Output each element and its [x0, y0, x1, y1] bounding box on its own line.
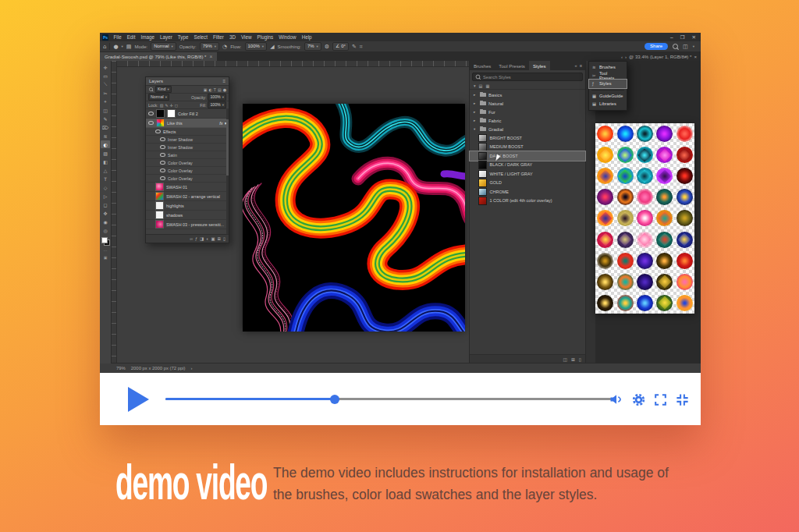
- layers-footer-icon-2[interactable]: ◨: [200, 236, 204, 241]
- layers-footer-icon-6[interactable]: ▯: [223, 236, 225, 241]
- menu-image[interactable]: Image: [138, 33, 158, 41]
- chevron-left-icon[interactable]: ‹: [621, 54, 623, 59]
- style-swatch[interactable]: [676, 210, 693, 226]
- tool-icon-6[interactable]: ✎: [101, 115, 110, 122]
- restore-button[interactable]: ❐: [680, 34, 685, 41]
- share-button[interactable]: Share: [645, 43, 668, 50]
- style-swatch[interactable]: [617, 274, 634, 290]
- status-arrow-icon[interactable]: ›: [191, 366, 193, 371]
- style-folder-natural[interactable]: ▸Natural: [470, 99, 585, 108]
- tool-icon-19[interactable]: ◎: [101, 226, 110, 234]
- style-swatch[interactable]: [597, 253, 613, 269]
- layer-effect-row[interactable]: Inner Shadow: [146, 136, 229, 144]
- style-swatch[interactable]: [617, 210, 634, 226]
- layer-row[interactable]: highlights: [146, 201, 229, 211]
- tool-icon-9[interactable]: ◐: [101, 140, 110, 148]
- layer-row[interactable]: Color Fill 2: [146, 109, 229, 119]
- tab-styles[interactable]: Styles: [529, 61, 550, 70]
- exit-fullscreen-icon[interactable]: [675, 392, 690, 407]
- tool-icon-15[interactable]: ▷: [101, 192, 110, 200]
- style-swatch[interactable]: [617, 189, 634, 205]
- style-folder-gradial[interactable]: ▾Gradial: [470, 125, 585, 133]
- layer-filter-icon-4[interactable]: ●: [223, 87, 226, 92]
- foreground-color-chip[interactable]: [101, 237, 108, 243]
- style-swatch[interactable]: [637, 168, 653, 184]
- style-swatch[interactable]: [637, 274, 653, 290]
- airbrush-icon[interactable]: ◢: [270, 44, 274, 50]
- flow-select[interactable]: 100%▾: [245, 42, 268, 51]
- style-swatch[interactable]: [656, 168, 673, 184]
- document-canvas[interactable]: [243, 104, 465, 332]
- lock-icon-0[interactable]: ▨: [160, 103, 164, 108]
- symmetry-icon[interactable]: ⌗: [360, 44, 363, 50]
- style-swatch[interactable]: [597, 232, 613, 248]
- visibility-eye-icon[interactable]: [155, 129, 161, 134]
- style-swatch[interactable]: [617, 295, 634, 311]
- flyout-item-styles[interactable]: ƒStyles: [589, 80, 627, 88]
- style-swatch[interactable]: [617, 126, 634, 142]
- style-swatch[interactable]: [676, 232, 693, 248]
- close-button[interactable]: ✕: [692, 34, 696, 41]
- style-swatch[interactable]: [676, 147, 693, 163]
- style-folder-basics[interactable]: ▸Basics: [470, 90, 585, 99]
- layer-effect-row[interactable]: Color Overlay: [146, 159, 229, 167]
- menu-layer[interactable]: Layer: [158, 33, 176, 41]
- new-style-icon[interactable]: ⊞: [571, 357, 575, 362]
- style-swatch[interactable]: [676, 253, 693, 269]
- layer-row[interactable]: SWASH 03 - pressure sensiti...: [146, 220, 229, 229]
- blend-mode-select[interactable]: Normal▾: [148, 94, 169, 101]
- flyout-item-libraries[interactable]: ▤Libraries: [589, 100, 627, 108]
- layers-footer-icon-5[interactable]: ⊞: [218, 236, 222, 241]
- home-icon[interactable]: ⌂: [103, 44, 106, 50]
- layer-filter-icon-3[interactable]: ▤: [218, 87, 222, 92]
- chevron-right-icon[interactable]: ›: [625, 54, 627, 59]
- layer-effect-row[interactable]: Effects: [146, 128, 229, 136]
- tab-tool-presets[interactable]: Tool Presets: [495, 61, 529, 70]
- style-folder-fur[interactable]: ▸Fur: [470, 108, 585, 116]
- style-folder-fabric[interactable]: ▸Fabric: [470, 116, 585, 125]
- menu-3d[interactable]: 3D: [226, 33, 238, 41]
- menu-type[interactable]: Type: [175, 33, 191, 41]
- tab-brushes[interactable]: Brushes: [470, 61, 495, 70]
- tab-close-icon[interactable]: ×: [209, 54, 212, 59]
- style-swatch[interactable]: [597, 168, 613, 184]
- brush-preset-icon[interactable]: ●: [113, 44, 118, 50]
- fx-badge-icon[interactable]: fx ▾: [219, 121, 226, 126]
- progress-bar[interactable]: [165, 398, 612, 400]
- style-item[interactable]: WHITE / LIGHT GRAY: [470, 169, 585, 179]
- flyout-item-tool-presets[interactable]: ✂Tool Presets: [589, 72, 627, 80]
- lock-icon-2[interactable]: ✛: [170, 103, 173, 108]
- style-swatch[interactable]: [656, 126, 673, 142]
- styles-view-icon-1[interactable]: ▤: [479, 83, 483, 88]
- visibility-eye-icon[interactable]: [160, 161, 165, 165]
- style-swatch[interactable]: [676, 295, 693, 311]
- panel-toggle-icon[interactable]: ▤: [126, 44, 132, 50]
- visibility-eye-icon[interactable]: [160, 176, 165, 181]
- styles-search-input[interactable]: Search Styles: [472, 73, 583, 81]
- style-swatch[interactable]: [637, 147, 653, 163]
- style-swatch[interactable]: [656, 274, 673, 290]
- pressure-size-icon[interactable]: ✎: [352, 44, 357, 50]
- lock-icon-3[interactable]: ◻: [175, 103, 178, 108]
- menu-filter[interactable]: Filter: [210, 33, 226, 41]
- new-folder-icon[interactable]: ◫: [563, 357, 566, 362]
- layer-row[interactable]: shadows: [146, 211, 229, 220]
- style-swatch[interactable]: [637, 253, 653, 269]
- tool-icon-11[interactable]: ◧: [101, 158, 110, 165]
- layer-effect-row[interactable]: Inner Shadow: [146, 144, 229, 151]
- style-swatch[interactable]: [656, 232, 673, 248]
- layer-row[interactable]: SWASH 01: [146, 183, 229, 192]
- minimize-button[interactable]: –: [670, 34, 673, 41]
- tool-icon-5[interactable]: ◫: [101, 106, 110, 114]
- document-tab-secondary[interactable]: ‹ › @ 33.4% (Layer 1, RGB/8#) * ×: [621, 54, 701, 59]
- style-item[interactable]: BRIGHT BOOST: [470, 133, 585, 143]
- settings-gear-icon[interactable]: [631, 392, 646, 407]
- layer-filter-icon-2[interactable]: T: [214, 87, 216, 92]
- play-button[interactable]: [128, 387, 149, 412]
- layer-row[interactable]: Like thisfx ▾: [146, 119, 229, 128]
- style-swatch[interactable]: [637, 232, 653, 248]
- visibility-eye-icon[interactable]: [160, 153, 165, 158]
- tool-icon-0[interactable]: ✛: [101, 63, 110, 71]
- tab-close-icon[interactable]: ×: [694, 54, 697, 59]
- flyout-item-guideguide[interactable]: ▦GuideGuide: [589, 92, 627, 101]
